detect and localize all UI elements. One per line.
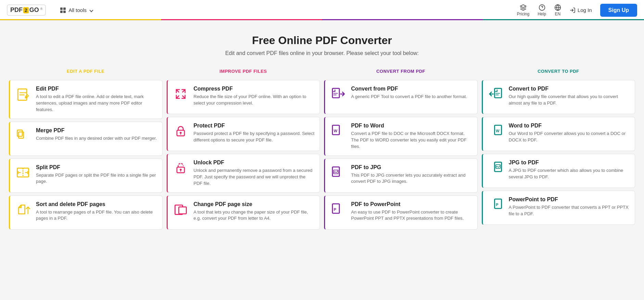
- all-tools-button[interactable]: All tools: [56, 5, 97, 15]
- word-pdf-icon: W: [488, 123, 504, 139]
- tool-card-compress[interactable]: Compress PDFReduce the file size of your…: [167, 80, 320, 114]
- tool-card-edit[interactable]: Edit PDFA tool to edit a PDF file online…: [9, 80, 163, 119]
- hero-subtitle: Edit and convert PDF files online in you…: [7, 50, 637, 56]
- hero-section: Free Online PDF Converter Edit and conve…: [0, 21, 644, 65]
- logo-tag: ®: [40, 7, 43, 11]
- tool-desc-merge: Combine PDF files in any desired order w…: [36, 135, 157, 142]
- tool-desc-convert-from: A generic PDF Tool to convert a PDF file…: [351, 94, 467, 100]
- logo-pdf-text: PDF: [10, 6, 23, 14]
- column-header-improve: IMPROVE PDF FILES: [165, 65, 322, 79]
- nav-right: Pricing Help EN Log In Sign Up: [517, 4, 637, 17]
- tool-card-convert-from[interactable]: Convert from PDFA generic PDF Tool to co…: [324, 80, 478, 114]
- pricing-link[interactable]: Pricing: [517, 4, 529, 16]
- tool-desc-sort: A tool to rearrange pages of a PDF file.…: [36, 209, 157, 222]
- tool-desc-compress: Reduce the file size of your PDF online.…: [194, 94, 315, 107]
- ppt-pdf-icon: P: [488, 196, 504, 213]
- sort-icon: [15, 201, 31, 218]
- tool-name-edit: Edit PDF: [36, 86, 157, 92]
- tool-name-sort: Sort and delete PDF pages: [36, 201, 157, 207]
- column-header-convert-to: CONVERT TO PDF: [480, 65, 637, 79]
- globe-icon: [554, 4, 561, 11]
- logo-2-text: 2: [23, 7, 29, 13]
- jpg-pdf-icon: [488, 160, 504, 176]
- tool-card-jpg-pdf[interactable]: JPG to PDFA JPG to PDF converter which a…: [482, 154, 635, 188]
- unlock-icon: [172, 160, 189, 176]
- svg-point-12: [180, 169, 182, 171]
- tool-card-ppt-pdf[interactable]: P PowerPoint to PDFA PowerPoint to PDF c…: [482, 191, 635, 225]
- tool-text-edit: Edit PDFA tool to edit a PDF file online…: [36, 86, 157, 113]
- tool-card-split[interactable]: Split PDFSeparate PDF pages or split the…: [9, 159, 163, 193]
- tool-name-convert-to: Convert to PDF: [509, 86, 630, 92]
- signup-label: Sign Up: [608, 7, 629, 13]
- tool-name-jpg-pdf: JPG to PDF: [509, 160, 630, 166]
- tool-text-pdf-ppt: PDF to PowerPointAn easy to use PDF to P…: [351, 201, 473, 222]
- tool-text-protect: Protect PDFPassword protect a PDF file b…: [194, 123, 315, 144]
- pricing-icon: [520, 4, 527, 11]
- tool-text-ppt-pdf: PowerPoint to PDFA PowerPoint to PDF con…: [509, 196, 630, 217]
- tool-desc-edit: A tool to edit a PDF file online. Add or…: [36, 94, 157, 113]
- tool-card-pdf-word[interactable]: W PDF to WordConvert a PDF file to DOC o…: [324, 117, 478, 156]
- edit-icon: [15, 86, 31, 102]
- help-link[interactable]: Help: [538, 4, 546, 16]
- tool-card-merge[interactable]: Merge PDFCombine PDF files in any desire…: [9, 122, 163, 156]
- tool-card-pdf-ppt[interactable]: P PDF to PowerPointAn easy to use PDF to…: [324, 195, 478, 230]
- tool-desc-pdf-jpg: This PDF to JPG converter lets you accur…: [351, 172, 473, 185]
- column-header-convert-from: CONVERT FROM PDF: [322, 65, 480, 79]
- header: PDF 2 GO ® All tools Pricing Help: [0, 0, 644, 21]
- chevron-down-icon: [89, 8, 93, 12]
- tool-name-protect: Protect PDF: [194, 123, 315, 129]
- login-icon: [569, 7, 576, 13]
- tool-name-pdf-jpg: PDF to JPG: [351, 164, 473, 171]
- lang-label: EN: [555, 12, 561, 16]
- tool-card-protect[interactable]: Protect PDFPassword protect a PDF file b…: [167, 117, 320, 151]
- column-convert-from: CONVERT FROM PDF Convert from PDFA gener…: [322, 65, 480, 231]
- help-label: Help: [538, 12, 546, 16]
- logo[interactable]: PDF 2 GO ®: [7, 4, 46, 16]
- tool-desc-jpg-pdf: A JPG to PDF converter which also allows…: [509, 167, 630, 180]
- svg-rect-5: [18, 132, 24, 138]
- compress-icon: [172, 86, 189, 102]
- signup-button[interactable]: Sign Up: [600, 4, 637, 17]
- tool-card-pdf-jpg[interactable]: PDF to JPGThis PDF to JPG converter lets…: [324, 159, 478, 193]
- tool-card-word-pdf[interactable]: W Word to PDFOur Word to PDF converter a…: [482, 117, 635, 151]
- svg-text:W: W: [496, 129, 500, 133]
- tool-card-unlock[interactable]: Unlock PDFUnlock and permanently remove …: [167, 154, 320, 193]
- convert-to-icon: [488, 86, 504, 102]
- tool-name-ppt-pdf: PowerPoint to PDF: [509, 196, 630, 203]
- tool-card-sort[interactable]: Sort and delete PDF pagesA tool to rearr…: [9, 195, 163, 230]
- tool-name-pdf-word: PDF to Word: [351, 123, 473, 129]
- pdf-jpg-icon: [330, 164, 346, 181]
- login-button[interactable]: Log In: [569, 7, 592, 13]
- split-icon: [15, 164, 31, 181]
- column-improve: IMPROVE PDF FILES Compress PDFReduce the…: [165, 65, 322, 231]
- login-label: Log In: [578, 7, 592, 13]
- tool-desc-protect: Password protect a PDF file by specifyin…: [194, 131, 315, 144]
- pdf-ppt-icon: P: [330, 201, 346, 218]
- language-selector[interactable]: EN: [554, 4, 561, 16]
- svg-rect-4: [17, 130, 23, 136]
- tool-desc-pdf-ppt: An easy to use PDF to PowerPoint convert…: [351, 209, 473, 222]
- hero-title: Free Online PDF Converter: [7, 34, 637, 47]
- tool-desc-pdf-word: Convert a PDF file to DOC or the Microso…: [351, 131, 473, 150]
- column-convert-to: CONVERT TO PDF Convert to PDFOur high qu…: [480, 65, 637, 231]
- tool-text-word-pdf: Word to PDFOur Word to PDF converter all…: [509, 123, 630, 144]
- tool-name-convert-from: Convert from PDF: [351, 86, 467, 92]
- tool-name-compress: Compress PDF: [194, 86, 315, 92]
- convert-from-icon: [330, 86, 346, 102]
- svg-text:W: W: [334, 129, 337, 133]
- tool-text-convert-to: Convert to PDFOur high quality file conv…: [509, 86, 630, 107]
- svg-text:P: P: [334, 207, 336, 211]
- tool-desc-ppt-pdf: A PowerPoint to PDF converter that conve…: [509, 204, 630, 217]
- help-icon: [539, 4, 545, 11]
- pricing-label: Pricing: [517, 12, 529, 16]
- tool-name-pdf-ppt: PDF to PowerPoint: [351, 201, 473, 207]
- tool-text-pdf-word: PDF to WordConvert a PDF file to DOC or …: [351, 123, 473, 150]
- svg-text:P: P: [496, 203, 498, 207]
- resize-icon: [172, 201, 189, 218]
- tool-text-compress: Compress PDFReduce the file size of your…: [194, 86, 315, 107]
- tool-desc-split: Separate PDF pages or split the PDF file…: [36, 172, 157, 185]
- tool-card-convert-to[interactable]: Convert to PDFOur high quality file conv…: [482, 80, 635, 114]
- tool-text-split: Split PDFSeparate PDF pages or split the…: [36, 164, 157, 185]
- tool-card-resize[interactable]: Change PDF page sizeA tool that lets you…: [167, 195, 320, 230]
- tool-text-unlock: Unlock PDFUnlock and permanently remove …: [194, 160, 315, 187]
